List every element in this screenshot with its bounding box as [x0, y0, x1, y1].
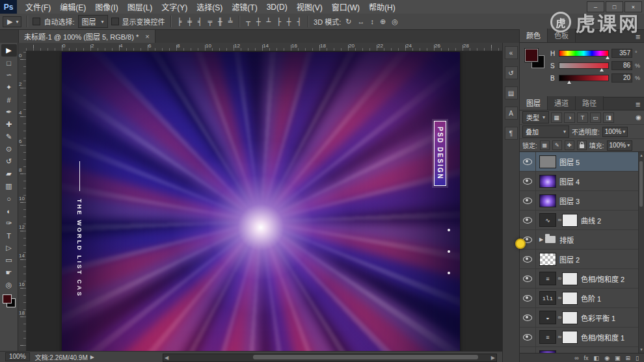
- 3d-slide-icon[interactable]: ⊕: [379, 18, 387, 26]
- align-left-icon[interactable]: ╞: [176, 18, 183, 26]
- tab-color[interactable]: 颜色: [520, 29, 548, 42]
- align-top-icon[interactable]: ╤: [206, 18, 213, 26]
- distribute-center-v-icon[interactable]: ┼: [255, 18, 262, 26]
- horizontal-scrollbar[interactable]: ◀ ▶: [163, 354, 497, 362]
- layer-name[interactable]: 图层 4: [559, 176, 580, 187]
- horizontal-ruler[interactable]: 0 2 4 6 8 10 12 14 16 18 20 22 24 26 28: [26, 43, 502, 51]
- document-canvas[interactable]: THE WORLD LIST CAS PSD DESIGN: [62, 52, 460, 351]
- tool-preset-picker[interactable]: ▶ ▾: [3, 16, 21, 27]
- layer-name[interactable]: 曲线 2: [581, 215, 601, 226]
- document-tab[interactable]: 未标题-1 @ 100% (图层 5, RGB/8) * ×: [18, 30, 155, 43]
- hue-saturation-adjustment-icon[interactable]: ≡: [539, 272, 556, 285]
- history-brush-tool[interactable]: ↺: [1, 155, 17, 168]
- type-tool[interactable]: T: [1, 229, 17, 242]
- layer-thumbnail[interactable]: [539, 253, 556, 266]
- tab-channels[interactable]: 通道: [548, 96, 576, 110]
- filter-toggle-icon[interactable]: ◉: [636, 114, 641, 121]
- lock-transparent-pixels-icon[interactable]: ▦: [540, 140, 550, 150]
- visibility-toggle[interactable]: [520, 172, 536, 190]
- chevron-right-icon[interactable]: ▶: [90, 354, 94, 360]
- path-selection-tool[interactable]: ▷: [1, 242, 17, 254]
- delete-layer-icon[interactable]: ▯: [636, 355, 639, 361]
- layer-name[interactable]: 色相/饱和度 2: [581, 274, 624, 284]
- layer-row-layer5[interactable]: 图层 5: [520, 152, 644, 172]
- visibility-toggle[interactable]: [520, 347, 536, 353]
- saturation-slider[interactable]: [559, 62, 609, 69]
- new-adjustment-layer-icon[interactable]: ◉: [604, 355, 610, 361]
- filter-adjustment-layers-icon[interactable]: ◑: [564, 112, 575, 123]
- layer-name[interactable]: 排版: [559, 235, 574, 245]
- menu-edit[interactable]: 编辑(E): [55, 0, 90, 14]
- hue-slider[interactable]: [559, 50, 609, 57]
- menu-3d[interactable]: 3D(D): [262, 0, 292, 14]
- distribute-right-icon[interactable]: ┤: [295, 18, 302, 26]
- link-layers-icon[interactable]: ∞: [574, 355, 578, 361]
- align-center-v-icon[interactable]: ╫: [217, 18, 224, 26]
- lock-image-pixels-icon[interactable]: ✎: [552, 140, 562, 150]
- menu-image[interactable]: 图像(I): [90, 0, 122, 14]
- paragraph-panel-icon[interactable]: ¶: [505, 127, 518, 140]
- eyedropper-tool[interactable]: ✒: [1, 106, 17, 118]
- saturation-value[interactable]: 86: [611, 61, 632, 70]
- expand-panels-icon[interactable]: «: [505, 46, 518, 59]
- distribute-center-h-icon[interactable]: ┼: [286, 18, 293, 26]
- shape-tool[interactable]: ▭: [1, 254, 17, 266]
- character-panel-icon[interactable]: A: [505, 107, 518, 120]
- 3d-roll-icon[interactable]: ↔: [356, 18, 366, 25]
- layer-name[interactable]: 色相/饱和度 1: [581, 332, 624, 343]
- menu-layer[interactable]: 图层(L): [123, 0, 157, 14]
- scrollbar-thumb[interactable]: [639, 161, 643, 207]
- menu-help[interactable]: 帮助(H): [364, 0, 400, 14]
- auto-select-checkbox[interactable]: [33, 18, 40, 25]
- gradient-tool[interactable]: ▥: [1, 180, 17, 192]
- dodge-tool[interactable]: ◐: [1, 205, 17, 217]
- distribute-left-icon[interactable]: ├: [275, 18, 282, 26]
- brush-tool[interactable]: ✎: [1, 131, 17, 143]
- hand-tool[interactable]: ☛: [1, 266, 17, 279]
- layer-row-layer3[interactable]: 图层 3: [520, 191, 644, 211]
- eraser-tool[interactable]: ▰: [1, 168, 17, 180]
- layer-thumbnail[interactable]: [539, 194, 556, 207]
- layer-mask-thumbnail[interactable]: [562, 311, 578, 324]
- align-right-icon[interactable]: ╡: [196, 18, 204, 26]
- quick-selection-tool[interactable]: ✦: [1, 81, 17, 94]
- menu-filter[interactable]: 滤镜(T): [227, 0, 262, 14]
- menu-window[interactable]: 窗口(W): [327, 0, 364, 14]
- scroll-left-icon[interactable]: ◀: [165, 355, 168, 361]
- layer-thumbnail[interactable]: [539, 175, 556, 188]
- visibility-toggle[interactable]: [520, 269, 536, 288]
- hue-value[interactable]: 357: [611, 49, 632, 58]
- visibility-toggle[interactable]: [520, 211, 536, 229]
- curves-adjustment-icon[interactable]: ∿: [539, 213, 556, 227]
- scroll-down-icon[interactable]: ▼: [639, 348, 644, 352]
- filter-kind-dropdown[interactable]: 类型 ▾: [522, 111, 549, 123]
- 3d-scale-icon[interactable]: ◎: [390, 18, 399, 26]
- levels-adjustment-icon[interactable]: ılı: [539, 291, 556, 305]
- menu-type[interactable]: 文字(Y): [157, 0, 192, 14]
- new-group-icon[interactable]: ▣: [615, 355, 621, 361]
- layer-name[interactable]: 图层 2: [559, 254, 580, 265]
- 3d-drag-icon[interactable]: ↕: [369, 18, 375, 25]
- scrollbar-thumb[interactable]: [253, 355, 478, 359]
- zoom-tool[interactable]: ◎: [1, 279, 17, 291]
- distribute-bottom-icon[interactable]: ┴: [265, 18, 273, 26]
- layer-row-layer4[interactable]: 图层 4: [520, 172, 644, 191]
- color-swatches[interactable]: [3, 294, 16, 307]
- layer-row-levels1[interactable]: ılı 8 色阶 1: [520, 289, 644, 308]
- foreground-color-swatch[interactable]: [3, 294, 12, 304]
- layer-mask-thumbnail[interactable]: [562, 331, 578, 344]
- distribute-top-icon[interactable]: ┬: [245, 18, 252, 26]
- visibility-toggle[interactable]: [520, 191, 536, 210]
- healing-brush-tool[interactable]: ✚: [1, 118, 17, 131]
- blur-tool[interactable]: ○: [1, 192, 17, 205]
- layer-row-huesat1[interactable]: ≡ 8 色相/饱和度 1: [520, 328, 644, 347]
- layer-thumbnail[interactable]: [539, 350, 556, 354]
- layer-thumbnail[interactable]: [539, 155, 556, 168]
- visibility-toggle[interactable]: [520, 289, 536, 307]
- opacity-field[interactable]: 100% ▾: [602, 127, 628, 137]
- align-center-h-icon[interactable]: ╪: [186, 18, 193, 26]
- layer-name[interactable]: 色彩平衡 1: [581, 313, 615, 323]
- close-tab-icon[interactable]: ×: [145, 32, 149, 40]
- lock-position-icon[interactable]: ✚: [565, 140, 574, 150]
- layer-row-colorbalance1[interactable]: ◒ 8 色彩平衡 1: [520, 308, 644, 328]
